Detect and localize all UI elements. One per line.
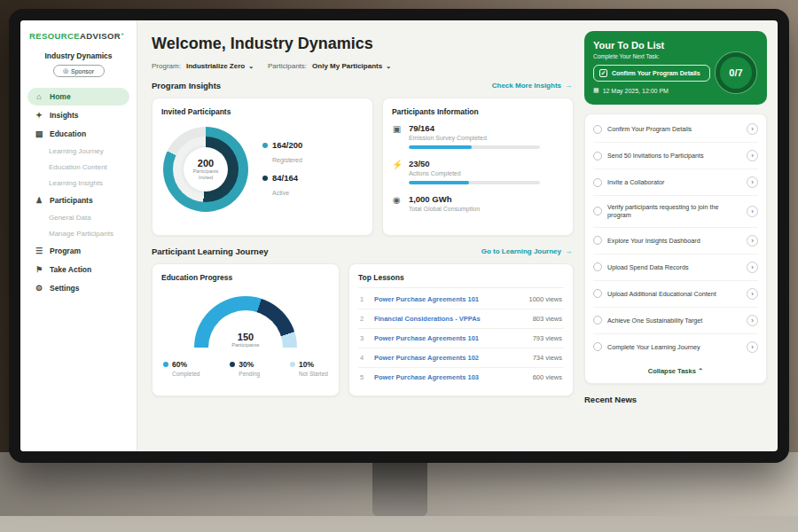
task-label: Verify participants requesting to join t… [607, 203, 741, 220]
info-row-consumption: ◉ 1,000 GWh Total Global Consumption [392, 194, 564, 216]
sidebar-item-participants[interactable]: ♟ Participants [27, 192, 129, 209]
legend-label: Registered [272, 157, 302, 163]
task-item[interactable]: Send 50 Invitations to Participants › [593, 143, 758, 169]
insights-icon: ✦ [35, 111, 43, 120]
donut-legend: 164/200 Registered 84/164 Active [262, 133, 302, 206]
sidebar-item-education[interactable]: ▤ Education [27, 125, 129, 143]
sidebar-item-learning-insights[interactable]: Learning Insights [27, 176, 129, 191]
lesson-link[interactable]: Power Purchase Agreements 101 [374, 295, 522, 303]
task-checkbox[interactable] [593, 207, 602, 215]
todo-summary-card: Your To Do List Complete Your Next Task:… [584, 31, 767, 105]
sidebar-item-education-content[interactable]: Education Content [27, 160, 129, 175]
task-item[interactable]: Verify participants requesting to join t… [593, 196, 758, 228]
next-task-label: Confirm Your Program Details [612, 70, 700, 76]
lesson-link[interactable]: Financial Considerations - VPPAs [374, 315, 526, 323]
sponsor-badge[interactable]: ◎ Sponsor [53, 65, 105, 77]
task-checkbox[interactable] [593, 152, 602, 160]
task-item[interactable]: Invite a Collaborator › [593, 169, 758, 196]
lesson-link[interactable]: Power Purchase Agreements 103 [374, 373, 526, 381]
task-chevron[interactable]: › [747, 288, 758, 300]
progress-bar [409, 145, 540, 149]
lesson-views: 1000 views [528, 295, 562, 303]
check-more-insights-link[interactable]: Check More Insights → [492, 82, 572, 90]
task-chevron[interactable]: › [747, 176, 758, 188]
lesson-link[interactable]: Power Purchase Agreements 102 [374, 354, 526, 362]
sidebar-item-insights[interactable]: ✦ Insights [27, 106, 129, 124]
link-label: Check More Insights [492, 82, 561, 90]
home-icon: ⌂ [35, 92, 43, 101]
program-select[interactable]: Industrialize Zero ⌄ [186, 62, 254, 70]
gauge-center: 150 Participants [194, 332, 297, 348]
gauge-center-value: 150 [194, 332, 297, 342]
nav-label: General Data [49, 214, 91, 222]
program-insights-header: Program Insights Check More Insights → [152, 81, 572, 90]
task-chevron[interactable]: › [747, 206, 758, 217]
info-label: Emission Survey Completed [409, 135, 540, 141]
donut-center: 200 Participants Invited [184, 147, 228, 192]
todo-title: Your To Do List [593, 40, 758, 51]
sidebar-item-manage-participants[interactable]: Manage Participants [27, 226, 129, 241]
sidebar-item-learning-journey[interactable]: Learning Journey [27, 144, 129, 159]
legend-value: 60% [172, 360, 187, 369]
task-item[interactable]: Upload Spend Data Records › [593, 254, 758, 281]
lesson-rank: 1 [360, 295, 367, 303]
emission-survey-icon: ▣ [392, 124, 402, 149]
task-item[interactable]: Achieve One Sustainability Target › [593, 308, 758, 334]
legend-item-completed: 60% Completed [163, 360, 200, 377]
nav-label: Settings [50, 284, 80, 293]
participants-select-value: Only My Participants [312, 62, 382, 70]
lesson-views: 600 views [533, 373, 562, 381]
task-chevron[interactable]: › [747, 150, 758, 161]
task-chevron[interactable]: › [747, 262, 758, 273]
sidebar-item-settings[interactable]: ⚙ Settings [27, 279, 129, 297]
legend-item-not-started: 10% Not Started [290, 360, 328, 377]
gauge-legend: 60% Completed 30% Pending [161, 360, 330, 377]
info-value: 1,000 GWh [409, 194, 480, 204]
task-item[interactable]: Explore Your Insights Dashboard › [593, 228, 758, 254]
info-value: 23/50 [409, 159, 540, 168]
task-chevron[interactable]: › [747, 123, 758, 135]
legend-dot [262, 143, 268, 148]
task-checkbox[interactable] [593, 262, 602, 271]
task-chevron[interactable]: › [747, 341, 758, 353]
participants-information-card: Participants Information ▣ 79/164 Emissi… [382, 98, 574, 236]
task-label: Invite a Collaborator [607, 178, 741, 186]
task-chevron[interactable]: › [747, 235, 758, 246]
chevron-right-icon: › [751, 263, 754, 271]
task-checkbox[interactable] [593, 125, 602, 134]
sidebar-item-take-action[interactable]: ⚑ Take Action [27, 261, 129, 278]
task-item[interactable]: Complete Your Learning Journey › [593, 334, 758, 360]
monitor-stand [372, 459, 427, 516]
task-checkbox[interactable] [593, 289, 602, 298]
legend-item-active: 84/164 Active [262, 173, 302, 199]
task-checkbox[interactable] [593, 236, 602, 245]
next-task-button[interactable]: ✓ Confirm Your Program Details [593, 65, 710, 82]
sidebar-item-home[interactable]: ⌂ Home [27, 88, 129, 106]
sidebar: RESOURCEADVISOR+ Industry Dynamics ◎ Spo… [20, 20, 137, 451]
learning-journey-header: Participant Learning Journey Go to Learn… [152, 246, 572, 256]
chevron-up-icon: ⌃ [698, 367, 703, 375]
nav-label: Take Action [50, 265, 91, 274]
card-title: Participants Information [392, 107, 564, 116]
task-checkbox[interactable] [593, 178, 602, 187]
progress-bar-fill [409, 181, 469, 184]
page-title: Welcome, Industry Dynamics [152, 35, 574, 53]
donut-center-value: 200 [198, 158, 214, 168]
sidebar-item-program[interactable]: ☰ Program [27, 242, 129, 260]
app-logo: RESOURCEADVISOR+ [29, 31, 129, 41]
legend-value: 164/200 [272, 140, 302, 150]
chevron-right-icon: › [751, 343, 754, 351]
collapse-tasks-link[interactable]: Collapse Tasks ⌃ [593, 360, 758, 381]
task-checkbox[interactable] [593, 316, 602, 325]
nav-label: Participants [50, 196, 93, 205]
nav-label: Manage Participants [49, 230, 113, 238]
lesson-link[interactable]: Power Purchase Agreements 101 [374, 334, 526, 342]
task-checkbox[interactable] [593, 342, 602, 351]
go-to-learning-journey-link[interactable]: Go to Learning Journey → [481, 247, 572, 255]
task-item[interactable]: Upload Additional Educational Content › [593, 281, 758, 308]
participants-select[interactable]: Only My Participants ⌄ [312, 62, 391, 70]
task-item[interactable]: Confirm Your Program Details › [593, 116, 758, 143]
task-chevron[interactable]: › [747, 315, 758, 326]
nav-label: Program [50, 246, 81, 255]
sidebar-item-general-data[interactable]: General Data [27, 210, 129, 225]
